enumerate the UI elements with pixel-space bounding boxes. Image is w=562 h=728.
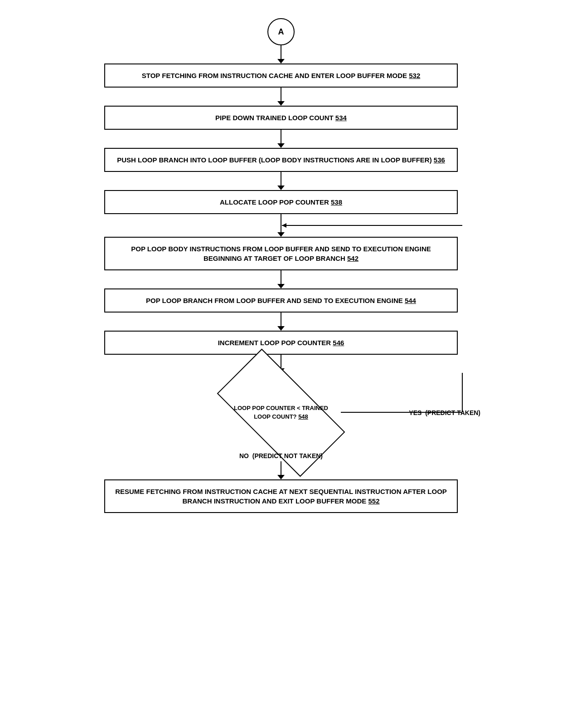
node-552: RESUME FETCHING FROM INSTRUCTION CACHE A… [104,479,458,513]
arrow-5-head [277,232,285,237]
ref-552: 552 [368,497,379,505]
arrow-3 [277,130,285,148]
node-534: PIPE DOWN TRAINED LOOP COUNT 534 [104,106,458,130]
arrow-5-container [77,214,485,237]
ref-538: 538 [331,198,342,206]
ref-534: 534 [335,114,347,122]
no-label: NO (PREDICT NOT TAKEN) [239,452,323,459]
ref-544: 544 [405,297,416,304]
flowchart-diagram: A STOP FETCHING FROM INSTRUCTION CACHE A… [77,9,485,513]
ref-532: 532 [409,72,420,79]
arrow-9 [277,461,285,479]
arrow-7 [277,313,285,331]
diamond-text: LOOP POP COUNTER < TRAINED LOOP COUNT? 5… [231,404,331,420]
node-538: ALLOCATE LOOP POP COUNTER 538 [104,190,458,214]
ref-542: 542 [347,254,359,262]
diamond-container: LOOP POP COUNTER < TRAINED LOOP COUNT? 5… [77,373,485,452]
arrow-2 [277,88,285,106]
arrow-1 [277,45,285,64]
connector-label: A [278,27,284,37]
node-542: POP LOOP BODY INSTRUCTIONS FROM LOOP BUF… [104,237,458,270]
no-section: NO (PREDICT NOT TAKEN) [239,452,323,479]
loop-section: POP LOOP BODY INSTRUCTIONS FROM LOOP BUF… [77,214,485,513]
arrow-6 [277,270,285,288]
node-546: INCREMENT LOOP POP COUNTER 546 [104,331,458,355]
arrow-4 [277,172,285,190]
node-544: POP LOOP BRANCH FROM LOOP BUFFER AND SEN… [104,288,458,313]
connector-a: A [267,18,295,45]
ref-536: 536 [434,156,445,164]
node-536: PUSH LOOP BRANCH INTO LOOP BUFFER (LOOP … [104,148,458,172]
node-532: STOP FETCHING FROM INSTRUCTION CACHE AND… [104,64,458,88]
svg-marker-1 [282,223,286,228]
ref-546: 546 [333,339,344,347]
